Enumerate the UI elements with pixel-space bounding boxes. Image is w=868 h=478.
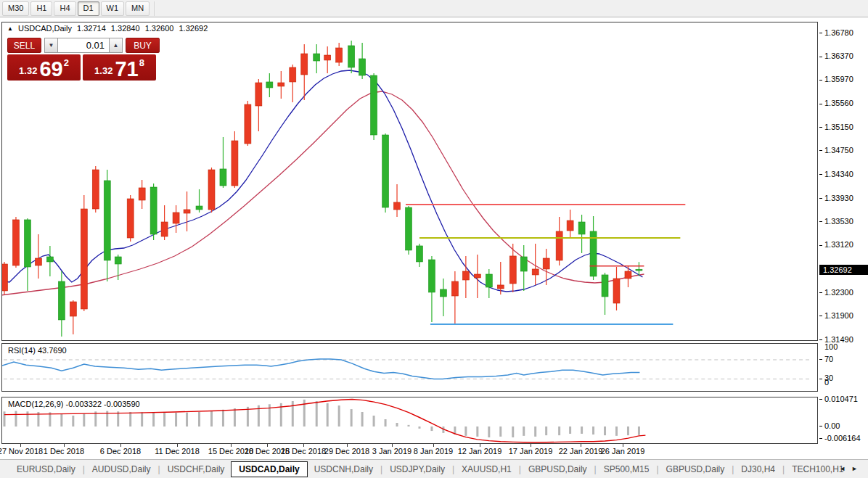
timeframe-button-h1[interactable]: H1 [30,1,52,16]
candle-body [613,279,620,303]
sell-price-pip: 2 [64,57,69,68]
price-axis-tick [819,245,822,246]
sell-price-main: 69 [39,59,62,78]
candle-body [115,257,121,264]
candle-body [92,170,99,209]
macd-histogram-bar [523,427,525,436]
candle-body [543,258,549,269]
volume-increase-button[interactable]: ▲ [109,38,123,53]
macd-histogram-bar [15,411,17,427]
symbol-tab-eurusd[interactable]: EURUSD,Daily [10,462,82,477]
candle-body [245,104,251,144]
macd-histogram-bar [198,412,200,427]
date-axis-label: 1 Dec 2018 [44,447,84,456]
tab-scroll-left-icon[interactable]: ◄ [839,465,851,472]
price-axis-tick [819,104,822,104]
symbol-tabbar: EURUSD,Daily|AUDUSD,Daily|USDCHF,DailyUS… [0,459,868,478]
tab-separator: | [83,464,85,474]
candle-body [58,281,65,320]
candle-body [24,220,30,267]
price-axis-label: 1.33530 [824,217,853,226]
symbol-tab-sp500[interactable]: SP500,M15 [597,462,656,477]
candle-body [497,285,504,289]
symbol-tab-usdcnh[interactable]: USDCNH,Daily [308,462,380,477]
timeframe-button-mn[interactable]: MN [126,1,150,16]
symbol-tab-dj30[interactable]: DJ30,H4 [734,462,782,477]
price-axis-tick [819,33,822,33]
price-axis-tick [819,174,822,175]
price-axis-label: 1.36370 [824,51,853,60]
timeframe-buttons: M30H1H4D1W1MN [1,1,150,16]
price-axis[interactable]: 1.367801.363701.359701.355601.351501.347… [819,18,868,459]
chart-title: ▲ USDCAD,Daily 1.32714 1.32840 1.32600 1… [7,24,210,33]
buy-price-box[interactable]: 1.32 71 8 [83,54,156,81]
macd-axis-tick [819,438,822,439]
date-axis-label: 12 Jan 2019 [458,447,502,456]
macd-indicator-panel[interactable]: MACD(12,26,9) -0.003322 -0.003590 [1,397,818,444]
price-axis-tick [819,339,822,340]
date-axis-label: 29 Dec 2018 [324,447,369,456]
date-axis-label: 25 Dec 2018 [281,447,326,456]
candle-body [46,257,53,262]
symbol-tab-gbpusd[interactable]: GBPUSD,Daily [522,462,594,477]
timeframe-button-w1[interactable]: W1 [101,1,125,16]
tab-separator: | [782,464,785,474]
candle-body [278,83,284,86]
symbol-tab-usdjpy[interactable]: USDJPY,Daily [383,462,451,477]
collapse-arrow-icon[interactable]: ▲ [7,25,13,32]
candle-body [520,257,527,271]
macd-histogram-bar [627,427,629,435]
rsi-indicator-panel[interactable]: RSI(14) 43.7690 [1,343,818,392]
price-axis-tick [819,150,822,151]
symbol-tab-audusd[interactable]: AUDUSD,Daily [86,462,157,477]
candle-body [567,221,573,231]
volume-decrease-button[interactable]: ▼ [44,38,58,53]
timeframe-button-d1[interactable]: D1 [78,1,99,16]
macd-histogram-bar [292,401,294,427]
tab-separator: | [452,464,454,474]
buy-button[interactable]: BUY [126,38,160,53]
tab-scroll-right-icon[interactable]: ► [851,465,864,472]
candle-body [301,54,308,75]
candle-body [416,246,422,262]
tab-separator: | [732,464,734,474]
symbol-tab-xauusd[interactable]: XAUUSD,H1 [455,462,518,477]
symbol-tab-usdchf[interactable]: USDCHF,Daily [161,462,232,477]
candle-body [532,269,539,275]
symbol-tabs: EURUSD,Daily|AUDUSD,Daily|USDCHF,DailyUS… [10,461,851,477]
symbol-tab-usdcad[interactable]: USDCAD,Daily [231,461,307,477]
candle-body [290,67,296,82]
symbol-tab-gbpusd[interactable]: GBPUSD,Daily [660,462,732,477]
candle-body [220,169,226,186]
candle-body [625,271,631,279]
volume-input[interactable] [58,38,109,53]
price-axis-label: 1.35970 [824,75,853,83]
date-axis[interactable]: 27 Nov 20181 Dec 20186 Dec 201811 Dec 20… [0,444,819,459]
candle-body [359,59,366,75]
candle-body [12,220,19,265]
rsi-axis-tick [819,379,822,379]
candle-body [173,213,179,223]
macd-histogram-bar [163,413,165,427]
tab-separator: | [380,464,382,474]
rsi-chart-canvas[interactable] [2,344,817,391]
buy-price-prefix: 1.32 [94,65,112,76]
quote-low: 1.32600 [145,24,174,33]
date-axis-label: 22 Jan 2019 [559,447,603,456]
buy-price-main: 71 [115,59,138,78]
macd-histogram-bar [129,412,131,427]
sell-price-box[interactable]: 1.32 69 2 [7,54,81,81]
macd-histogram-bar [545,427,547,435]
macd-histogram-bar [222,410,224,427]
candle-body [578,222,585,234]
candle-body [35,258,41,265]
macd-histogram-bar [430,427,433,431]
sell-button[interactable]: SELL [7,38,41,53]
timeframe-button-h4[interactable]: H4 [54,1,75,16]
macd-axis-label: -0.006164 [824,434,861,442]
macd-histogram-bar [396,423,398,427]
candle-body [70,302,76,316]
macd-axis-tick [819,426,822,427]
timeframe-button-m30[interactable]: M30 [2,1,29,16]
macd-histogram-bar [72,416,74,427]
